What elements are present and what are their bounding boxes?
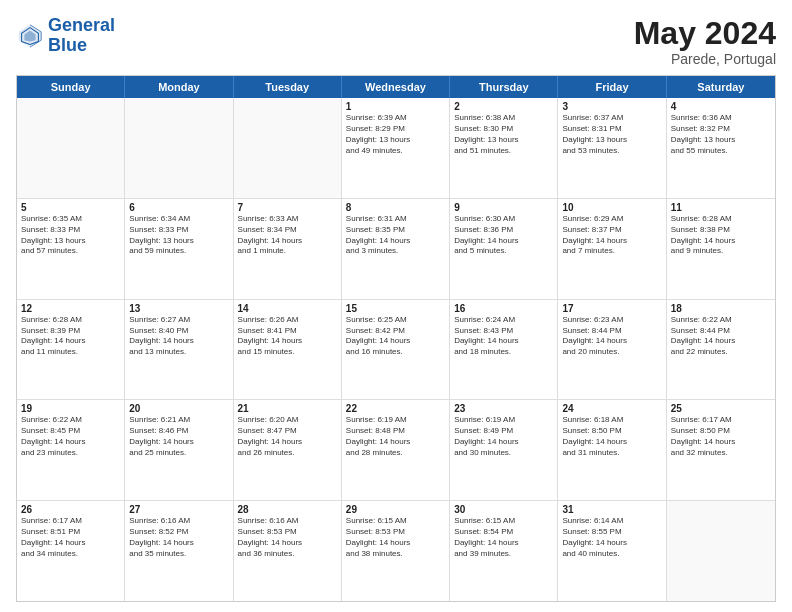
cell-info: Sunrise: 6:33 AM Sunset: 8:34 PM Dayligh… — [238, 214, 337, 257]
calendar-cell — [125, 98, 233, 198]
calendar-cell: 18Sunrise: 6:22 AM Sunset: 8:44 PM Dayli… — [667, 300, 775, 400]
cell-info: Sunrise: 6:22 AM Sunset: 8:44 PM Dayligh… — [671, 315, 771, 358]
cell-date: 6 — [129, 202, 228, 213]
cell-date: 2 — [454, 101, 553, 112]
cell-info: Sunrise: 6:15 AM Sunset: 8:54 PM Dayligh… — [454, 516, 553, 559]
cell-date: 26 — [21, 504, 120, 515]
cell-date: 24 — [562, 403, 661, 414]
cell-info: Sunrise: 6:20 AM Sunset: 8:47 PM Dayligh… — [238, 415, 337, 458]
cell-info: Sunrise: 6:29 AM Sunset: 8:37 PM Dayligh… — [562, 214, 661, 257]
calendar-cell: 10Sunrise: 6:29 AM Sunset: 8:37 PM Dayli… — [558, 199, 666, 299]
cell-date: 20 — [129, 403, 228, 414]
cell-date: 30 — [454, 504, 553, 515]
cell-date: 29 — [346, 504, 445, 515]
cell-info: Sunrise: 6:24 AM Sunset: 8:43 PM Dayligh… — [454, 315, 553, 358]
cell-date: 9 — [454, 202, 553, 213]
cell-date: 25 — [671, 403, 771, 414]
calendar: SundayMondayTuesdayWednesdayThursdayFrid… — [16, 75, 776, 602]
calendar-cell: 29Sunrise: 6:15 AM Sunset: 8:53 PM Dayli… — [342, 501, 450, 601]
cell-info: Sunrise: 6:31 AM Sunset: 8:35 PM Dayligh… — [346, 214, 445, 257]
calendar-header: SundayMondayTuesdayWednesdayThursdayFrid… — [17, 76, 775, 98]
calendar-cell: 30Sunrise: 6:15 AM Sunset: 8:54 PM Dayli… — [450, 501, 558, 601]
calendar-cell: 31Sunrise: 6:14 AM Sunset: 8:55 PM Dayli… — [558, 501, 666, 601]
cell-date: 18 — [671, 303, 771, 314]
calendar-cell: 21Sunrise: 6:20 AM Sunset: 8:47 PM Dayli… — [234, 400, 342, 500]
cell-info: Sunrise: 6:19 AM Sunset: 8:49 PM Dayligh… — [454, 415, 553, 458]
day-header-sunday: Sunday — [17, 76, 125, 98]
calendar-cell: 16Sunrise: 6:24 AM Sunset: 8:43 PM Dayli… — [450, 300, 558, 400]
calendar-cell: 1Sunrise: 6:39 AM Sunset: 8:29 PM Daylig… — [342, 98, 450, 198]
calendar-cell: 28Sunrise: 6:16 AM Sunset: 8:53 PM Dayli… — [234, 501, 342, 601]
logo-icon — [16, 22, 44, 50]
calendar-cell: 3Sunrise: 6:37 AM Sunset: 8:31 PM Daylig… — [558, 98, 666, 198]
cell-date: 5 — [21, 202, 120, 213]
cell-info: Sunrise: 6:28 AM Sunset: 8:39 PM Dayligh… — [21, 315, 120, 358]
cell-info: Sunrise: 6:22 AM Sunset: 8:45 PM Dayligh… — [21, 415, 120, 458]
cell-info: Sunrise: 6:15 AM Sunset: 8:53 PM Dayligh… — [346, 516, 445, 559]
cell-date: 16 — [454, 303, 553, 314]
calendar-row-4: 19Sunrise: 6:22 AM Sunset: 8:45 PM Dayli… — [17, 400, 775, 501]
cell-info: Sunrise: 6:17 AM Sunset: 8:50 PM Dayligh… — [671, 415, 771, 458]
cell-info: Sunrise: 6:23 AM Sunset: 8:44 PM Dayligh… — [562, 315, 661, 358]
month-year: May 2024 — [634, 16, 776, 51]
location: Parede, Portugal — [634, 51, 776, 67]
day-header-saturday: Saturday — [667, 76, 775, 98]
calendar-cell: 5Sunrise: 6:35 AM Sunset: 8:33 PM Daylig… — [17, 199, 125, 299]
cell-date: 27 — [129, 504, 228, 515]
calendar-cell: 8Sunrise: 6:31 AM Sunset: 8:35 PM Daylig… — [342, 199, 450, 299]
cell-info: Sunrise: 6:19 AM Sunset: 8:48 PM Dayligh… — [346, 415, 445, 458]
cell-date: 28 — [238, 504, 337, 515]
cell-date: 10 — [562, 202, 661, 213]
calendar-cell: 23Sunrise: 6:19 AM Sunset: 8:49 PM Dayli… — [450, 400, 558, 500]
logo: General Blue — [16, 16, 115, 56]
cell-date: 12 — [21, 303, 120, 314]
cell-date: 17 — [562, 303, 661, 314]
cell-info: Sunrise: 6:36 AM Sunset: 8:32 PM Dayligh… — [671, 113, 771, 156]
calendar-cell: 2Sunrise: 6:38 AM Sunset: 8:30 PM Daylig… — [450, 98, 558, 198]
day-header-thursday: Thursday — [450, 76, 558, 98]
calendar-cell: 14Sunrise: 6:26 AM Sunset: 8:41 PM Dayli… — [234, 300, 342, 400]
calendar-cell: 15Sunrise: 6:25 AM Sunset: 8:42 PM Dayli… — [342, 300, 450, 400]
calendar-cell — [667, 501, 775, 601]
calendar-row-3: 12Sunrise: 6:28 AM Sunset: 8:39 PM Dayli… — [17, 300, 775, 401]
cell-info: Sunrise: 6:16 AM Sunset: 8:53 PM Dayligh… — [238, 516, 337, 559]
calendar-cell: 7Sunrise: 6:33 AM Sunset: 8:34 PM Daylig… — [234, 199, 342, 299]
calendar-cell: 6Sunrise: 6:34 AM Sunset: 8:33 PM Daylig… — [125, 199, 233, 299]
cell-date: 19 — [21, 403, 120, 414]
calendar-cell: 25Sunrise: 6:17 AM Sunset: 8:50 PM Dayli… — [667, 400, 775, 500]
page: General Blue May 2024 Parede, Portugal S… — [0, 0, 792, 612]
calendar-row-1: 1Sunrise: 6:39 AM Sunset: 8:29 PM Daylig… — [17, 98, 775, 199]
cell-info: Sunrise: 6:38 AM Sunset: 8:30 PM Dayligh… — [454, 113, 553, 156]
calendar-cell: 19Sunrise: 6:22 AM Sunset: 8:45 PM Dayli… — [17, 400, 125, 500]
calendar-cell: 24Sunrise: 6:18 AM Sunset: 8:50 PM Dayli… — [558, 400, 666, 500]
calendar-row-5: 26Sunrise: 6:17 AM Sunset: 8:51 PM Dayli… — [17, 501, 775, 601]
logo-general: General — [48, 15, 115, 35]
cell-info: Sunrise: 6:21 AM Sunset: 8:46 PM Dayligh… — [129, 415, 228, 458]
cell-info: Sunrise: 6:27 AM Sunset: 8:40 PM Dayligh… — [129, 315, 228, 358]
calendar-cell — [17, 98, 125, 198]
cell-date: 22 — [346, 403, 445, 414]
title-block: May 2024 Parede, Portugal — [634, 16, 776, 67]
cell-info: Sunrise: 6:28 AM Sunset: 8:38 PM Dayligh… — [671, 214, 771, 257]
calendar-cell: 4Sunrise: 6:36 AM Sunset: 8:32 PM Daylig… — [667, 98, 775, 198]
cell-info: Sunrise: 6:16 AM Sunset: 8:52 PM Dayligh… — [129, 516, 228, 559]
cell-date: 7 — [238, 202, 337, 213]
cell-date: 21 — [238, 403, 337, 414]
cell-info: Sunrise: 6:34 AM Sunset: 8:33 PM Dayligh… — [129, 214, 228, 257]
calendar-cell: 12Sunrise: 6:28 AM Sunset: 8:39 PM Dayli… — [17, 300, 125, 400]
cell-date: 15 — [346, 303, 445, 314]
cell-info: Sunrise: 6:25 AM Sunset: 8:42 PM Dayligh… — [346, 315, 445, 358]
cell-date: 3 — [562, 101, 661, 112]
cell-date: 11 — [671, 202, 771, 213]
calendar-cell: 17Sunrise: 6:23 AM Sunset: 8:44 PM Dayli… — [558, 300, 666, 400]
calendar-cell: 22Sunrise: 6:19 AM Sunset: 8:48 PM Dayli… — [342, 400, 450, 500]
calendar-cell: 11Sunrise: 6:28 AM Sunset: 8:38 PM Dayli… — [667, 199, 775, 299]
header: General Blue May 2024 Parede, Portugal — [16, 16, 776, 67]
calendar-body: 1Sunrise: 6:39 AM Sunset: 8:29 PM Daylig… — [17, 98, 775, 601]
cell-info: Sunrise: 6:18 AM Sunset: 8:50 PM Dayligh… — [562, 415, 661, 458]
calendar-cell: 27Sunrise: 6:16 AM Sunset: 8:52 PM Dayli… — [125, 501, 233, 601]
cell-info: Sunrise: 6:35 AM Sunset: 8:33 PM Dayligh… — [21, 214, 120, 257]
cell-info: Sunrise: 6:37 AM Sunset: 8:31 PM Dayligh… — [562, 113, 661, 156]
calendar-cell: 20Sunrise: 6:21 AM Sunset: 8:46 PM Dayli… — [125, 400, 233, 500]
day-header-wednesday: Wednesday — [342, 76, 450, 98]
